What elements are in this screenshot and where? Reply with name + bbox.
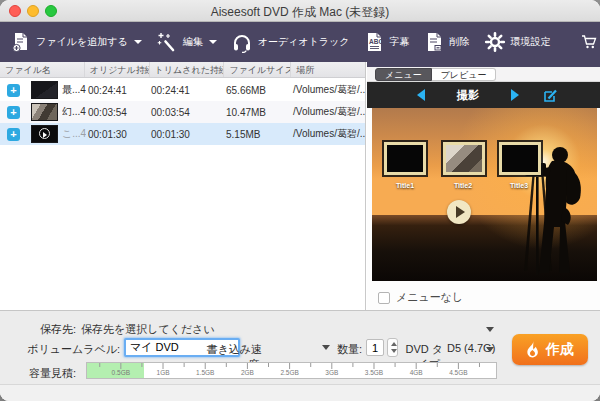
volume-label: ボリュームラベル: [0, 342, 120, 357]
menu-preview-panel: メニュー プレビュー 撮影 [367, 62, 600, 310]
magic-wand-icon [156, 31, 178, 53]
add-chapter-button[interactable]: + [7, 84, 20, 97]
edit-menu-icon[interactable] [543, 88, 558, 103]
column-header-filesize[interactable]: ファイルサイズ [224, 62, 291, 77]
video-thumbnail [31, 103, 58, 121]
trimmed-duration: 00:03:54 [149, 107, 224, 118]
photographer-silhouette [493, 115, 597, 277]
quantity-stepper[interactable] [387, 338, 398, 357]
window-bottom-strip [0, 384, 600, 401]
quantity-input[interactable] [366, 339, 384, 356]
subtitle-button[interactable]: ABC 字幕 [364, 31, 410, 53]
menu-title-frame[interactable] [384, 142, 426, 175]
audio-track-button[interactable]: オーディオトラック [231, 31, 350, 53]
table-row-selected[interactable]: + こ...4 00:01:30 00:01:30 5.15MB /Volume… [0, 123, 365, 145]
next-theme-button[interactable] [511, 89, 519, 101]
column-header-location[interactable]: 場所 [291, 62, 365, 77]
chevron-down-icon [134, 40, 142, 44]
column-header-filename[interactable]: ファイル名 [0, 62, 85, 77]
add-chapter-button[interactable]: + [7, 106, 20, 119]
file-size: 10.47MB [224, 107, 291, 118]
menu-play-button[interactable] [447, 200, 471, 224]
headphones-icon [231, 31, 253, 53]
no-menu-checkbox[interactable] [378, 292, 390, 304]
capacity-tick-label: 3GB [325, 369, 338, 376]
dvd-type-caret-icon[interactable] [486, 347, 494, 352]
menu-title-label: Title2 [438, 182, 488, 189]
trimmed-duration: 00:01:30 [149, 129, 224, 140]
original-duration: 00:01:30 [86, 129, 149, 140]
no-menu-label: メニューなし [396, 290, 463, 305]
toolbar: ファイルを追加する 編集 オーディオトラック ABC 字幕 削 [0, 22, 600, 62]
column-header-trimmed-duration[interactable]: トリムされた持続時間 [150, 62, 225, 77]
gear-icon [484, 31, 506, 53]
menu-title-label: Title3 [494, 182, 544, 189]
file-size: 65.66MB [224, 85, 291, 96]
capacity-tick-label: 4.5GB [449, 369, 467, 376]
tab-menu[interactable]: メニュー [375, 68, 432, 81]
menu-theme-preview[interactable]: Title1 Title2 Title3 [372, 108, 597, 281]
create-button-label: 作成 [546, 341, 574, 359]
file-location: /Volumes/葛碧/... [291, 83, 365, 97]
menu-title-label: Title1 [380, 182, 430, 189]
flame-icon [526, 341, 539, 358]
preferences-button[interactable]: 環境設定 [484, 31, 551, 53]
trimmed-duration: 00:24:41 [149, 85, 224, 96]
add-file-icon [10, 31, 31, 53]
no-menu-option[interactable]: メニューなし [378, 290, 463, 305]
table-row[interactable]: + 最...4 00:24:41 00:24:41 65.66MB /Volum… [0, 79, 365, 101]
file-size: 5.15MB [224, 129, 291, 140]
add-file-button[interactable]: ファイルを追加する [10, 31, 142, 53]
column-header-original-duration[interactable]: オリジナル持続時間 [85, 62, 150, 77]
main-area: ファイル名 オリジナル持続時間 トリムされた持続時間 ファイルサイズ 場所 + … [0, 62, 600, 310]
video-thumbnail [31, 125, 58, 143]
play-icon [39, 128, 50, 139]
capacity-tick-label: 4GB [410, 369, 423, 376]
create-button[interactable]: 作成 [512, 334, 588, 365]
theme-name: 撮影 [425, 88, 511, 103]
preview-tab-bar: メニュー プレビュー [367, 67, 600, 82]
subtitle-abc-icon: ABC [364, 31, 385, 53]
file-table-header: ファイル名 オリジナル持続時間 トリムされた持続時間 ファイルサイズ 場所 [0, 62, 365, 78]
file-name: 最...4 [62, 83, 86, 97]
capacity-tick-label: 1GB [157, 369, 170, 376]
file-name: 幻...4 [62, 105, 86, 119]
menu-title-frame[interactable] [443, 142, 485, 175]
chevron-down-icon [209, 40, 217, 44]
file-table: ファイル名 オリジナル持続時間 トリムされた持続時間 ファイルサイズ 場所 + … [0, 62, 366, 310]
table-row[interactable]: + 幻...4 00:03:54 00:03:54 10.47MB /Volum… [0, 101, 365, 123]
burn-settings-panel: 保存先: 保存先を選択してください ボリュームラベル: 書き込み速度: 数量: … [0, 310, 600, 401]
purchase-button[interactable]: 購入 [581, 34, 600, 50]
capacity-tick-label: 2.5GB [280, 369, 298, 376]
file-name: こ...4 [62, 127, 86, 141]
original-duration: 00:24:41 [86, 85, 149, 96]
save-to-dropdown[interactable]: 保存先を選択してください [81, 322, 215, 337]
menu-title-frame[interactable] [499, 142, 541, 175]
capacity-bar: 0.5GB 1GB 1.5GB 2GB 2.5GB 3GB 3.5GB 4GB … [86, 362, 497, 379]
video-thumbnail [31, 81, 58, 99]
svg-text:ABC: ABC [369, 38, 383, 45]
app-window: Aiseesoft DVD 作成 Mac (未登録) ファイルを追加する 編集 … [0, 0, 600, 401]
capacity-label: 容量見積: [0, 366, 76, 381]
capacity-tick-label: 3.5GB [365, 369, 383, 376]
edit-button[interactable]: 編集 [156, 31, 217, 53]
file-location: /Volumes/葛碧/... [291, 127, 365, 141]
theme-nav-bar: 撮影 [367, 82, 600, 108]
quantity-label: 数量: [312, 342, 362, 357]
add-chapter-button[interactable]: + [7, 128, 20, 141]
save-to-caret-icon[interactable] [486, 327, 494, 332]
capacity-tick-label: 2GB [241, 369, 254, 376]
title-bar: Aiseesoft DVD 作成 Mac (未登録) [0, 0, 600, 22]
remove-file-icon [424, 31, 445, 53]
title-thumbnail [446, 145, 482, 172]
previous-theme-button[interactable] [417, 89, 425, 101]
original-duration: 00:03:54 [86, 107, 149, 118]
tab-preview[interactable]: プレビュー [432, 68, 497, 81]
window-title: Aiseesoft DVD 作成 Mac (未登録) [0, 4, 600, 21]
capacity-tick-label: 0.5GB [112, 369, 130, 376]
delete-button[interactable]: 削除 [424, 31, 470, 53]
file-location: /Volumes/葛碧/... [291, 105, 365, 119]
capacity-tick-label: 1.5GB [196, 369, 214, 376]
save-to-label: 保存先: [0, 322, 76, 337]
cart-icon [581, 34, 598, 50]
